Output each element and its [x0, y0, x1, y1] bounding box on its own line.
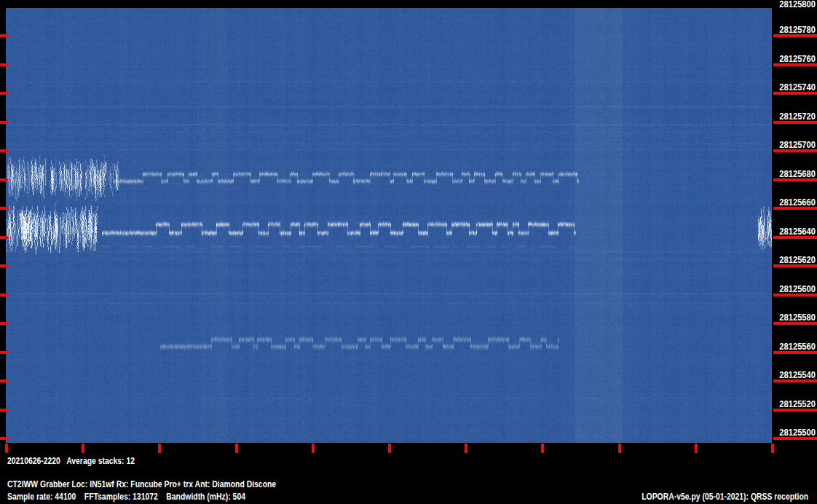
time-tick: [771, 444, 774, 453]
freq-tick-left: [0, 121, 8, 124]
freq-tick-right: [773, 34, 817, 37]
freq-tick-left: [0, 34, 8, 37]
spectrogram-waterfall: [6, 8, 772, 443]
freq-tick-left: [0, 92, 8, 95]
time-tick: [695, 444, 698, 453]
station-info-text: CT2IWW Grabber Loc: IN51wf Rx: Funcube P…: [7, 479, 276, 489]
freq-label-28125740: 28125740: [777, 82, 816, 92]
freq-label-28125600: 28125600: [777, 284, 816, 294]
freq-tick-right: [773, 379, 817, 382]
time-tick: [5, 444, 8, 453]
receiver-settings-text: Sample rate: 44100 FFTsamples: 131072 Ba…: [7, 492, 245, 502]
freq-label-28125640: 28125640: [777, 227, 816, 236]
freq-tick-left: [0, 351, 8, 354]
freq-label-28125540: 28125540: [777, 370, 816, 379]
freq-label-28125560: 28125560: [777, 342, 816, 351]
freq-label-28125580: 28125580: [777, 312, 816, 322]
time-tick: [312, 444, 315, 453]
freq-tick-left: [0, 294, 8, 296]
time-tick: [82, 444, 84, 453]
freq-tick-right: [773, 236, 817, 239]
freq-tick-right: [773, 437, 817, 440]
freq-label-28125680: 28125680: [777, 169, 816, 178]
freq-label-28125720: 28125720: [777, 111, 816, 121]
freq-label-28125780: 28125780: [777, 25, 816, 34]
freq-tick-right: [773, 409, 817, 412]
freq-tick-right: [773, 178, 817, 181]
freq-tick-right: [773, 149, 817, 152]
freq-tick-left: [0, 322, 8, 325]
freq-label-28125620: 28125620: [777, 255, 816, 264]
freq-label-28125760: 28125760: [777, 54, 816, 63]
freq-tick-left: [0, 207, 8, 210]
freq-label-28125800: 28125800: [777, 0, 816, 9]
time-tick: [158, 444, 161, 453]
freq-tick-right: [773, 121, 817, 124]
freq-tick-right: [773, 322, 817, 325]
timestamp-and-stacks-text: 20210626-2220 Average stacks: 12: [7, 456, 135, 466]
freq-label-28125520: 28125520: [777, 399, 816, 409]
freq-tick-left: [0, 63, 8, 66]
freq-tick-right: [773, 351, 817, 354]
time-tick: [618, 444, 621, 453]
freq-tick-left: [0, 264, 8, 267]
qrss-grabber-screen: 2812580028125780281257602812574028125720…: [0, 0, 817, 504]
time-tick: [465, 444, 467, 453]
freq-tick-right: [773, 294, 817, 296]
time-tick: [541, 444, 544, 453]
freq-label-28125500: 28125500: [777, 428, 816, 437]
freq-tick-right: [773, 207, 817, 210]
freq-label-28125700: 28125700: [777, 140, 816, 149]
freq-tick-left: [0, 178, 8, 181]
time-tick: [388, 444, 391, 453]
freq-tick-right: [773, 92, 817, 95]
freq-tick-left: [0, 236, 8, 239]
freq-tick-left: [0, 379, 8, 382]
freq-tick-right: [773, 264, 817, 267]
time-tick: [235, 444, 238, 453]
freq-label-28125660: 28125660: [777, 197, 816, 207]
freq-tick-left: [0, 437, 8, 440]
freq-tick-left: [0, 149, 8, 152]
freq-tick-right: [773, 63, 817, 66]
software-version-text: LOPORA-v5e.py (05-01-2021): QRSS recepti…: [642, 492, 808, 502]
freq-tick-left: [0, 409, 8, 412]
